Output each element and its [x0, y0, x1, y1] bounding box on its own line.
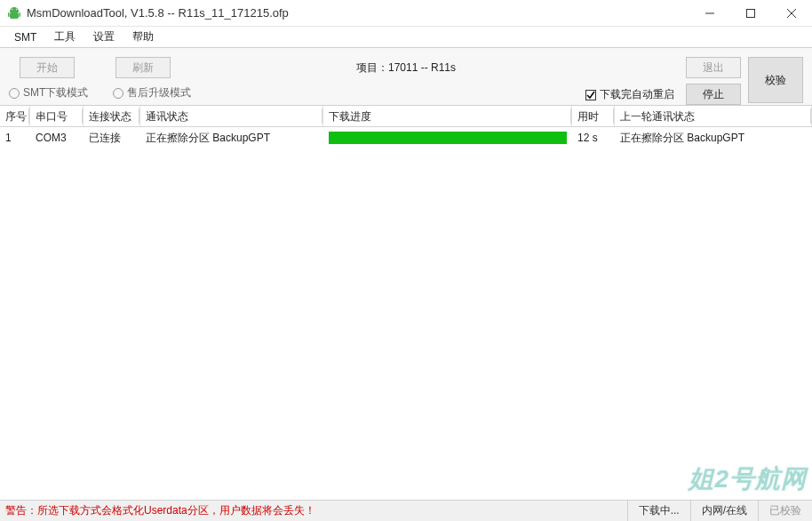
svg-point-1	[16, 8, 17, 9]
statusbar: 警告：所选下载方式会格式化Userdata分区，用户数据将会丢失！ 下载中...…	[0, 500, 812, 521]
close-button[interactable]	[771, 0, 812, 27]
start-button[interactable]: 开始	[20, 57, 75, 78]
menubar: SMT 工具 设置 帮助	[0, 27, 812, 48]
th-time[interactable]: 用时	[572, 106, 615, 126]
project-label: 项目：17011 -- R11s	[356, 60, 456, 76]
radio-smt-download[interactable]: SMT下载模式	[9, 85, 88, 100]
refresh-button[interactable]: 刷新	[115, 57, 171, 78]
toolbar: 开始 刷新 项目：17011 -- R11s 退出 校验 SMT下载模式 售后升…	[0, 48, 812, 106]
table: 序号 串口号 连接状态 通讯状态 下载进度 用时 上一轮通讯状态 1 COM3 …	[0, 106, 812, 500]
checkbox-icon	[585, 90, 596, 100]
menu-help[interactable]: 帮助	[123, 27, 163, 47]
checkbox-auto-restart[interactable]: 下载完自动重启	[585, 87, 674, 102]
th-last[interactable]: 上一轮通讯状态	[615, 106, 812, 126]
menu-settings[interactable]: 设置	[84, 27, 123, 47]
radio-icon	[113, 88, 123, 99]
radio-aftersale-label: 售后升级模式	[127, 85, 191, 100]
th-conn[interactable]: 连接状态	[84, 106, 140, 126]
th-seq[interactable]: 序号	[0, 106, 30, 126]
progress-bar	[329, 132, 567, 144]
cell-progress	[323, 128, 572, 148]
cell-conn: 已连接	[84, 127, 140, 149]
status-warning: 警告：所选下载方式会格式化Userdata分区，用户数据将会丢失！	[0, 503, 315, 518]
status-downloading: 下载中...	[627, 501, 690, 521]
cell-comm: 正在擦除分区 BackupGPT	[140, 127, 323, 149]
app-icon	[7, 6, 21, 20]
exit-button[interactable]: 退出	[686, 57, 741, 78]
titlebar: MsmDownloadTool, V1.5.8 -- R11s_11_17121…	[0, 0, 812, 27]
svg-rect-5	[747, 9, 755, 17]
radio-icon	[9, 88, 20, 99]
minimize-button[interactable]	[689, 0, 730, 27]
table-header: 序号 串口号 连接状态 通讯状态 下载进度 用时 上一轮通讯状态	[0, 106, 812, 127]
cell-port: COM3	[30, 128, 84, 148]
window-title: MsmDownloadTool, V1.5.8 -- R11s_11_17121…	[27, 6, 289, 20]
svg-rect-4	[20, 12, 21, 17]
svg-point-0	[12, 8, 12, 9]
mode-radio-group: SMT下载模式 售后升级模式	[9, 85, 191, 100]
svg-rect-3	[8, 12, 10, 17]
menu-tools[interactable]: 工具	[45, 27, 84, 47]
maximize-button[interactable]	[730, 0, 771, 27]
th-comm[interactable]: 通讯状态	[140, 106, 323, 126]
status-verify: 已校验	[758, 501, 812, 521]
radio-smt-label: SMT下载模式	[23, 85, 88, 100]
cell-time: 12 s	[572, 128, 615, 148]
cell-last: 正在擦除分区 BackupGPT	[615, 127, 812, 149]
verify-button[interactable]: 校验	[748, 57, 803, 103]
th-port[interactable]: 串口号	[30, 106, 84, 126]
th-progress[interactable]: 下载进度	[323, 106, 572, 126]
project-value: 17011 -- R11s	[388, 61, 456, 74]
stop-button[interactable]: 停止	[686, 84, 741, 105]
radio-aftersale-upgrade[interactable]: 售后升级模式	[113, 85, 191, 100]
status-network: 内网/在线	[690, 501, 758, 521]
svg-rect-2	[10, 12, 19, 19]
cell-seq: 1	[0, 128, 30, 148]
project-label-text: 项目：	[356, 61, 388, 74]
table-row[interactable]: 1 COM3 已连接 正在擦除分区 BackupGPT 12 s 正在擦除分区 …	[0, 127, 812, 148]
menu-smt[interactable]: SMT	[5, 28, 45, 46]
checkbox-auto-restart-label: 下载完自动重启	[600, 87, 674, 102]
